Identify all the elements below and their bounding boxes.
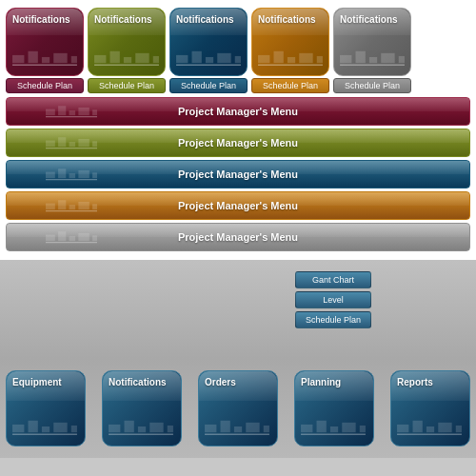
tile-olive[interactable]: Notifications	[88, 8, 166, 76]
svg-rect-85	[413, 421, 423, 432]
tile-teal[interactable]: Notifications	[169, 8, 248, 76]
mini-btn-schedule[interactable]: Schedule Plan	[295, 311, 371, 328]
svg-rect-36	[46, 141, 55, 148]
bottom-section: Gant ChartLevelSchedule Plan Equipment N…	[0, 260, 476, 458]
btile-label-notifications: Notifications	[109, 377, 167, 387]
tile-wrapper-orange: Notifications Schedule Plan	[251, 8, 329, 93]
schedule-btn-teal[interactable]: Schedule Plan	[169, 78, 248, 93]
svg-rect-22	[317, 56, 323, 63]
svg-rect-26	[369, 57, 377, 63]
tile-diagram-olive	[92, 45, 161, 71]
bar-diagram-0	[14, 103, 129, 120]
bar-diagram-4	[14, 228, 129, 246]
schedule-btn-orange[interactable]: Schedule Plan	[251, 78, 329, 93]
svg-rect-56	[69, 236, 76, 241]
svg-rect-52	[92, 204, 97, 209]
btile-planning[interactable]: Planning	[294, 370, 374, 446]
svg-rect-38	[69, 142, 76, 147]
svg-rect-1	[29, 51, 38, 63]
svg-rect-3	[53, 53, 67, 63]
svg-rect-50	[69, 205, 76, 209]
svg-rect-64	[71, 426, 77, 432]
svg-rect-42	[46, 172, 55, 179]
bar-diagram-1	[14, 134, 129, 151]
bottom-tiles-row: Equipment Notifications Orders Planning	[6, 370, 470, 446]
tile-label-orange: Notifications	[258, 14, 316, 25]
menu-bars: Project Manager's Menu Project Manager's…	[6, 97, 470, 251]
tile-label-olive: Notifications	[94, 14, 152, 25]
menu-bar-label-2: Project Manager's Menu	[178, 169, 298, 180]
menu-bar-2[interactable]: Project Manager's Menu	[6, 160, 470, 188]
btile-orders[interactable]: Orders	[198, 370, 278, 446]
svg-rect-66	[109, 425, 120, 432]
svg-rect-68	[138, 426, 146, 432]
mini-btn-gantt[interactable]: Gant Chart	[295, 271, 371, 288]
svg-rect-48	[46, 204, 55, 210]
btile-reports[interactable]: Reports	[390, 370, 470, 446]
svg-rect-25	[356, 51, 366, 63]
svg-rect-78	[301, 425, 312, 432]
svg-rect-86	[426, 426, 434, 432]
svg-rect-0	[12, 55, 24, 63]
svg-rect-46	[92, 172, 97, 178]
mini-buttons-container: Gant ChartLevelSchedule Plan	[295, 271, 371, 328]
tile-label-gray: Notifications	[340, 14, 398, 25]
svg-rect-88	[456, 426, 462, 432]
svg-rect-69	[149, 423, 163, 432]
tile-wrapper-purple: Notifications Schedule Plan	[6, 8, 84, 93]
btile-equipment[interactable]: Equipment	[6, 370, 86, 446]
menu-bar-label-0: Project Manager's Menu	[178, 106, 298, 117]
schedule-btn-gray[interactable]: Schedule Plan	[333, 78, 411, 93]
menu-bar-label-1: Project Manager's Menu	[178, 137, 298, 149]
svg-rect-6	[94, 55, 106, 63]
svg-rect-24	[340, 55, 351, 63]
btile-label-planning: Planning	[301, 377, 341, 387]
svg-rect-80	[330, 426, 338, 432]
svg-rect-62	[42, 426, 50, 432]
tile-gray[interactable]: Notifications	[333, 8, 411, 76]
tile-label-teal: Notifications	[176, 14, 234, 25]
menu-bar-0[interactable]: Project Manager's Menu	[6, 97, 470, 126]
top-section: Notifications Schedule Plan Notification…	[0, 0, 476, 260]
svg-rect-57	[78, 233, 89, 241]
svg-rect-20	[288, 57, 295, 63]
svg-rect-21	[299, 53, 312, 63]
schedule-btn-purple[interactable]: Schedule Plan	[6, 78, 84, 93]
menu-bar-4[interactable]: Project Manager's Menu	[6, 223, 470, 251]
svg-rect-82	[360, 426, 366, 432]
menu-bar-3[interactable]: Project Manager's Menu	[6, 191, 470, 220]
tile-diagram-orange	[256, 45, 325, 71]
svg-rect-4	[71, 56, 77, 63]
tile-diagram-teal	[174, 45, 243, 71]
btile-label-equipment: Equipment	[12, 377, 62, 387]
svg-rect-8	[124, 57, 131, 63]
svg-rect-19	[274, 51, 284, 63]
tile-diagram-purple	[10, 45, 79, 71]
svg-rect-37	[58, 137, 66, 147]
schedule-btn-olive[interactable]: Schedule Plan	[88, 78, 166, 93]
tile-purple[interactable]: Notifications	[6, 8, 84, 76]
menu-bar-label-3: Project Manager's Menu	[178, 200, 298, 211]
mini-btn-level[interactable]: Level	[295, 291, 371, 308]
svg-rect-18	[258, 55, 269, 63]
btile-label-orders: Orders	[205, 377, 236, 387]
btile-notifications[interactable]: Notifications	[102, 370, 182, 446]
svg-rect-16	[235, 56, 241, 63]
svg-rect-7	[110, 51, 120, 63]
svg-rect-32	[69, 110, 76, 115]
menu-bar-1[interactable]: Project Manager's Menu	[6, 129, 470, 157]
svg-rect-9	[135, 53, 149, 63]
svg-rect-75	[246, 423, 259, 432]
svg-rect-73	[221, 421, 230, 432]
menu-bar-label-4: Project Manager's Menu	[178, 231, 298, 243]
tile-orange[interactable]: Notifications	[251, 8, 329, 76]
tile-diagram-gray	[338, 45, 407, 71]
svg-rect-79	[317, 421, 327, 432]
svg-rect-63	[53, 423, 67, 432]
svg-rect-49	[58, 200, 66, 209]
svg-rect-15	[217, 53, 230, 63]
svg-rect-39	[78, 139, 89, 147]
svg-rect-58	[92, 235, 97, 241]
bar-diagram-3	[14, 197, 129, 214]
btile-diagram-equipment	[10, 413, 81, 442]
